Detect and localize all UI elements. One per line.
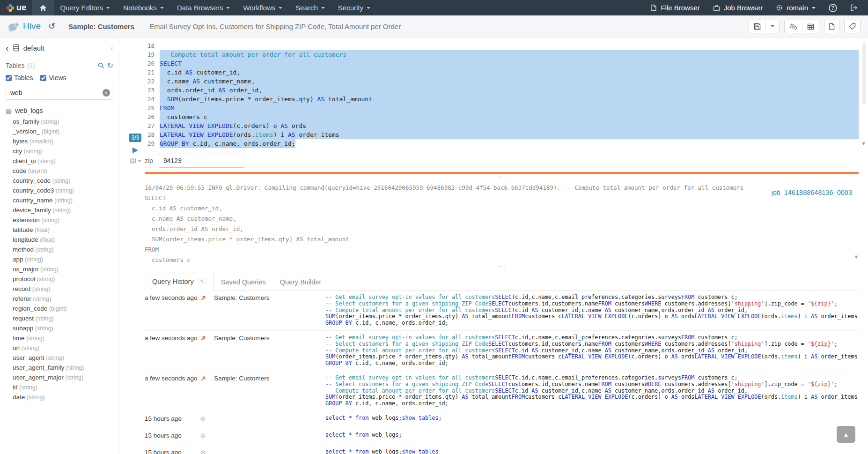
column-type: (string) — [34, 246, 53, 253]
column-item-country_code[interactable]: country_code (string) — [13, 176, 113, 186]
home-button[interactable] — [32, 0, 54, 15]
new-document-button[interactable] — [824, 20, 839, 33]
editor-line[interactable]: 23 ords.order_id AS order_id, — [145, 86, 859, 95]
scroll-down-icon[interactable]: ▼ — [861, 141, 866, 146]
column-item-method[interactable]: method (string) — [13, 245, 113, 254]
column-item-time[interactable]: time (string) — [13, 333, 113, 343]
menu-data-browsers[interactable]: Data Browsers — [170, 0, 236, 15]
menu-workflows[interactable]: Workflows — [236, 0, 289, 15]
scroll-down-icon[interactable]: ▼ — [854, 252, 858, 262]
column-item-city[interactable]: city (string) — [13, 146, 113, 156]
column-item-id[interactable]: id (string) — [13, 382, 113, 392]
history-row[interactable]: a few seconds agoSample: Customers-- Get… — [145, 290, 859, 331]
tables-checkbox-input[interactable] — [6, 75, 12, 81]
code-editor[interactable]: 1819-- Compute total amount per order fo… — [145, 41, 868, 168]
execute-button[interactable]: ▶ — [132, 146, 138, 154]
column-item-user_agent[interactable]: user_agent (string) — [13, 353, 113, 363]
logout-button[interactable] — [844, 0, 864, 15]
database-name[interactable]: default — [23, 44, 44, 52]
views-checkbox-input[interactable] — [40, 75, 46, 81]
column-item-country_code3[interactable]: country_code3 (string) — [13, 186, 113, 195]
editor-line[interactable]: 20SELECT — [145, 59, 859, 68]
scheduler-button[interactable] — [802, 20, 819, 33]
tab-query-history[interactable]: Query History✎ — [145, 273, 214, 290]
menu-notebooks[interactable]: Notebooks — [117, 0, 170, 15]
column-item-_version_[interactable]: _version_ (bigint) — [13, 127, 113, 136]
menu-security[interactable]: Security — [331, 0, 377, 15]
editor-line[interactable]: 29GROUP BY c.id, c.name, ords.order_id; — [145, 139, 859, 148]
code-map-button[interactable] — [130, 158, 141, 164]
column-item-app[interactable]: app (string) — [13, 254, 113, 264]
hue-logo[interactable]: ue — [0, 0, 32, 15]
column-item-country_name[interactable]: country_name (string) — [13, 195, 113, 205]
editor-line[interactable]: 19-- Compute total amount per order for … — [145, 50, 859, 59]
editor-line[interactable]: 26 customers c — [145, 112, 859, 121]
table-entry-web-logs[interactable]: ▦ web_logs — [6, 107, 113, 114]
settings-button[interactable] — [785, 20, 802, 33]
column-item-protocol[interactable]: protocol (string) — [13, 274, 113, 284]
tags-button[interactable] — [844, 20, 861, 33]
column-item-region_code[interactable]: region_code (bigint) — [13, 304, 113, 313]
refresh-icon[interactable]: ↻ — [107, 61, 113, 70]
column-item-subapp[interactable]: subapp (string) — [13, 323, 113, 333]
column-item-os_family[interactable]: os_family (string) — [13, 117, 113, 127]
column-item-request[interactable]: request (string) — [13, 313, 113, 323]
column-item-code[interactable]: code (tinyint) — [13, 166, 113, 176]
menu-query-editors[interactable]: Query Editors — [54, 0, 117, 15]
filter-views-checkbox[interactable]: Views — [40, 74, 66, 82]
history-row[interactable]: 15 hours agoselect * from web_logs;show … — [145, 411, 859, 428]
editor-line[interactable]: 21 c.id AS customer_id, — [145, 68, 859, 77]
column-item-user_agent_major[interactable]: user_agent_major (string) — [13, 372, 113, 382]
column-item-record[interactable]: record (string) — [13, 284, 113, 294]
editor-line[interactable]: 25FROM — [145, 104, 859, 112]
resize-handle-top[interactable]: ⋯ — [145, 174, 859, 181]
app-name[interactable]: Hive — [23, 21, 41, 31]
column-item-referer[interactable]: referer (string) — [13, 294, 113, 304]
save-button[interactable] — [749, 20, 765, 33]
history-row[interactable]: 15 hours agoselect * from web_logs; — [145, 428, 859, 445]
column-type: (tinyint) — [26, 168, 47, 174]
history-row[interactable]: a few seconds agoSample: Customers-- Get… — [145, 371, 859, 411]
editor-line[interactable]: 22 c.name AS customer_name, — [145, 77, 859, 86]
job-link[interactable]: job_1461888648136_0003 — [771, 187, 852, 198]
editor-line[interactable]: 18 — [145, 41, 859, 50]
editor-scrollbar[interactable] — [862, 43, 866, 104]
history-row[interactable]: a few seconds agoSample: Customers-- Get… — [145, 331, 859, 371]
column-item-client_ip[interactable]: client_ip (string) — [13, 156, 113, 166]
file-browser-link[interactable]: File Browser — [644, 0, 706, 15]
column-item-latitude[interactable]: latitude (float) — [13, 225, 113, 235]
table-search-input[interactable] — [6, 86, 113, 100]
column-item-os_major[interactable]: os_major (string) — [13, 264, 113, 274]
user-menu[interactable]: romain — [769, 0, 822, 15]
history-sql: select * from web_logs;show tables; — [325, 415, 859, 422]
edit-icon[interactable]: ✎ — [198, 278, 206, 285]
job-browser-link[interactable]: Job Browser — [706, 0, 769, 15]
column-item-extension[interactable]: extension (string) — [13, 215, 113, 225]
help-button[interactable]: ? — [822, 0, 844, 15]
collapse-panel-icon[interactable]: ‹ — [110, 44, 113, 52]
editor-line[interactable]: 24 SUM(order_items.price * order_items.q… — [145, 95, 859, 104]
variable-input[interactable] — [159, 154, 245, 168]
clear-search-icon[interactable]: × — [103, 89, 110, 97]
filter-tables-checkbox[interactable]: Tables — [6, 74, 33, 82]
query-log[interactable]: 16/04/29 06:59:55 INFO ql.Driver: Compil… — [145, 181, 859, 263]
column-item-url[interactable]: url (string) — [13, 343, 113, 353]
column-item-user_agent_family[interactable]: user_agent_family (string) — [13, 363, 113, 372]
history-time: a few seconds ago — [145, 375, 200, 382]
query-history-icon[interactable]: ↺ — [48, 21, 55, 31]
history-row[interactable]: 15 hours agoselect * from web_logs;show … — [145, 445, 859, 454]
tab-saved-queries[interactable]: Saved Queries — [214, 274, 273, 290]
editor-line[interactable]: 27LATERAL VIEW EXPLODE(c.orders) o AS or… — [145, 121, 859, 130]
search-icon[interactable] — [98, 62, 104, 69]
scroll-to-top-button[interactable]: ▲ — [837, 426, 855, 443]
menu-search[interactable]: Search — [289, 0, 331, 15]
column-item-bytes[interactable]: bytes (smallint) — [13, 136, 113, 146]
save-options-button[interactable] — [765, 20, 779, 33]
column-item-longitude[interactable]: longitude (float) — [13, 235, 113, 245]
tab-query-builder[interactable]: Query Builder — [273, 274, 329, 290]
column-item-date[interactable]: date (string) — [13, 392, 113, 402]
editor-line[interactable]: 28LATERAL VIEW EXPLODE(ords.items) i AS … — [145, 130, 859, 139]
back-icon[interactable]: ‹ — [6, 43, 9, 52]
resize-handle-bottom[interactable]: ⋯ — [145, 263, 859, 270]
column-item-device_family[interactable]: device_family (string) — [13, 205, 113, 215]
